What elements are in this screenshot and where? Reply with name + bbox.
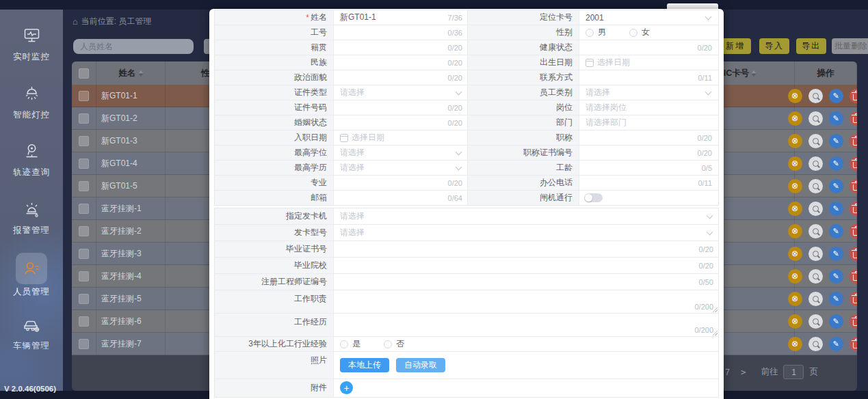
姓名-field[interactable]: 新GT01-17/36 [334,10,468,25]
健康状态-field[interactable]: 0/20 [579,40,717,55]
delete-action-button[interactable] [850,337,858,351]
证件号码-field[interactable]: 0/20 [334,100,468,115]
goto-page-input[interactable] [783,365,804,379]
export-button[interactable]: 导出 [796,38,826,54]
邮箱-field[interactable]: 0/64 [334,191,468,205]
附件-field[interactable]: + [334,379,718,397]
sidebar-item-track-query[interactable]: 轨迹查询 [0,137,63,195]
sidebar-item-vehicle-management[interactable]: 车辆管理 [0,311,63,369]
next-page-button[interactable]: > [741,367,746,377]
delete-action-button[interactable] [850,269,858,284]
row-checkbox[interactable] [79,204,89,214]
政治面貌-field[interactable]: 0/20 [334,70,468,85]
edit-action-button[interactable]: ✎ [829,134,843,148]
3年以上化工行业经验-field[interactable]: 是否 [334,337,718,351]
view-action-button[interactable] [808,156,823,171]
issue-card-action-button[interactable]: ⊗ [788,179,802,193]
sort-icon[interactable] [139,70,143,77]
add-attachment-button[interactable]: + [340,381,353,394]
row-checkbox[interactable] [79,271,89,281]
row-checkbox[interactable] [79,339,89,349]
delete-action-button[interactable] [850,89,858,103]
入职日期-field[interactable]: 选择日期 [334,130,468,145]
batch-delete-button[interactable]: 批量删除 [832,38,868,54]
edit-action-button[interactable]: ✎ [829,89,843,103]
row-checkbox[interactable] [79,249,89,259]
view-action-button[interactable] [808,292,823,306]
毕业证书号-field[interactable]: 0/20 [334,241,718,257]
闸机通行-field[interactable] [579,191,717,205]
page-number-7[interactable]: 7 [725,368,730,377]
edit-action-button[interactable]: ✎ [829,202,843,216]
row-checkbox[interactable] [79,294,89,304]
resize-handle-icon[interactable] [712,307,718,312]
search-input[interactable] [73,39,194,54]
radio-option-男[interactable]: 男 [586,27,606,38]
row-checkbox[interactable] [79,136,89,146]
view-action-button[interactable] [808,224,823,238]
local-upload-button[interactable]: 本地上传 [340,358,389,372]
edit-action-button[interactable]: ✎ [829,224,843,238]
issue-card-action-button[interactable]: ⊗ [788,292,802,306]
delete-action-button[interactable] [850,247,858,261]
view-action-button[interactable] [808,269,823,284]
指定发卡机-field[interactable]: 请选择 [334,208,718,224]
row-checkbox[interactable] [79,181,89,191]
view-action-button[interactable] [808,134,823,148]
工龄-field[interactable]: 0/5 [579,161,717,175]
edit-action-button[interactable]: ✎ [829,314,843,329]
view-action-button[interactable] [808,337,823,351]
联系方式-field[interactable]: 0/11 [579,70,717,85]
照片-field[interactable]: 本地上传自动录取 [334,352,718,379]
证件类型-field[interactable]: 请选择 [334,85,468,100]
edit-action-button[interactable]: ✎ [829,337,843,351]
delete-action-button[interactable] [850,156,858,171]
edit-action-button[interactable]: ✎ [829,292,843,306]
add-button[interactable]: 新增 [720,38,751,54]
view-action-button[interactable] [808,89,823,103]
issue-card-action-button[interactable]: ⊗ [788,202,802,216]
edit-action-button[interactable]: ✎ [829,111,843,126]
职称证书编号-field[interactable]: 0/20 [579,146,717,160]
row-checkbox[interactable] [79,226,89,236]
sort-icon[interactable] [752,70,756,77]
delete-action-button[interactable] [850,111,858,126]
issue-card-action-button[interactable]: ⊗ [788,111,802,126]
delete-action-button[interactable] [850,202,858,216]
婚姻状态-field[interactable]: 0/20 [334,115,468,130]
row-checkbox[interactable] [79,316,89,327]
民族-field[interactable]: 0/20 [334,55,468,70]
sidebar-item-personnel-management[interactable]: 人员管理 [0,253,63,311]
issue-card-action-button[interactable]: ⊗ [788,156,802,171]
issue-card-action-button[interactable]: ⊗ [788,224,802,238]
radio-option-女[interactable]: 女 [629,27,650,38]
issue-card-action-button[interactable]: ⊗ [788,247,802,261]
工作经历-field[interactable]: 0/200 [334,314,718,336]
办公电话-field[interactable]: 0/11 [579,176,717,190]
radio-option-否[interactable]: 否 [384,338,404,350]
select-all-checkbox[interactable] [79,68,89,79]
最高学历-field[interactable]: 请选择 [334,161,468,175]
issue-card-action-button[interactable]: ⊗ [788,134,802,148]
delete-action-button[interactable] [850,292,858,306]
专业-field[interactable]: 0/20 [334,176,468,190]
view-action-button[interactable] [808,247,823,261]
delete-action-button[interactable] [850,314,858,329]
性别-field[interactable]: 男女 [579,25,717,40]
row-checkbox[interactable] [79,113,89,124]
出生日期-field[interactable]: 选择日期 [579,55,717,70]
issue-card-action-button[interactable]: ⊗ [788,269,802,284]
最高学位-field[interactable]: 请选择 [334,146,468,160]
注册工程师证编号-field[interactable]: 0/50 [334,274,718,290]
岗位-field[interactable]: 请选择岗位 [579,100,717,115]
sidebar-item-smart-light-control[interactable]: 智能灯控 [0,80,63,138]
籍贯-field[interactable]: 0/20 [334,40,468,55]
发卡型号-field[interactable]: 请选择 [334,225,718,240]
sidebar-item-realtime-monitor[interactable]: 实时监控 [0,22,63,80]
部门-field[interactable]: 请选择部门 [579,115,717,130]
resize-handle-icon[interactable] [712,330,718,335]
edit-action-button[interactable]: ✎ [829,269,843,284]
工号-field[interactable]: 0/36 [334,25,468,40]
view-action-button[interactable] [808,202,823,216]
工作职责-field[interactable]: 0/200 [334,290,718,313]
